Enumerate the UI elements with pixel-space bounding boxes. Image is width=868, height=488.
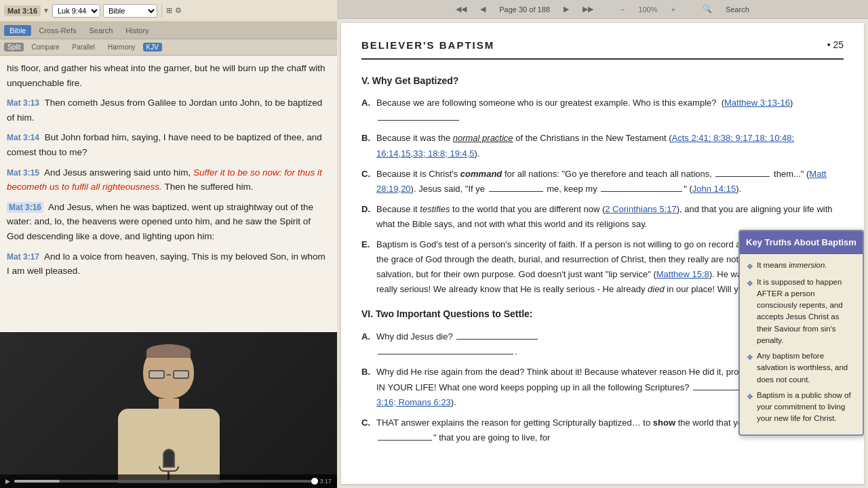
died-text: died (648, 284, 665, 294)
verse-ref-mat313: Mat 3:13 (7, 98, 39, 108)
verse-ref-mat315: Mat 3:15 (7, 168, 39, 178)
ref1-selector[interactable]: Mat 3:16 ▼ (4, 5, 50, 16)
search-icon[interactable]: 🔍 (703, 5, 712, 14)
verse-mat315: Mat 3:15 And Jesus answering said unto h… (7, 165, 330, 195)
nav-prev-icon[interactable]: ◀ (480, 5, 486, 14)
ref-matt2819[interactable]: Matt 28:19,20 (376, 169, 827, 194)
item-b-italic: normal practice (453, 133, 513, 143)
ref1-arrow: ▼ (43, 7, 50, 14)
popup-title: Key Truths About Baptism (740, 231, 863, 254)
show-text: show (653, 418, 675, 428)
item-d-content: Because it testifies to the world that y… (376, 202, 844, 232)
command-text: command (460, 169, 502, 179)
verse-text-mat313: Then cometh Jesus from Galilee to Jordan… (7, 98, 322, 123)
verse-mat313: Mat 3:13 Then cometh Jesus from Galilee … (7, 96, 330, 125)
mic-body (163, 449, 175, 468)
ref-john1415[interactable]: John 14:15 (692, 184, 736, 194)
zoom-in-icon[interactable]: + (671, 5, 675, 14)
timeline-dot (311, 478, 318, 485)
popup-body: ❖ It means immersion. ❖ It is supposed t… (740, 254, 863, 434)
person-body (118, 409, 220, 483)
mic-stand-arc (159, 466, 179, 472)
ref-matt158[interactable]: Matthew 15:8 (656, 269, 709, 279)
ref-acts[interactable]: Acts 2:41; 8:38; 9:17,18; 10:48; 16:14,1… (376, 133, 794, 158)
key-truths-popup: Key Truths About Baptism ❖ It means imme… (738, 230, 864, 436)
nav-back-icon[interactable]: ◀◀ (456, 5, 467, 14)
ref2-select[interactable]: Luk 9:44 (52, 4, 100, 18)
sub-tab-compare[interactable]: Compare (26, 42, 64, 52)
diamond-icon-4: ❖ (747, 391, 753, 403)
immersion-text: immersion (789, 261, 825, 269)
item-b-content: Because it was the normal practice of th… (376, 131, 844, 161)
popup-item-1-text: It means immersion. (757, 260, 827, 271)
doc-content: BELIEVER'S BAPTISM • 25 V. Why Get Bapti… (341, 23, 864, 484)
verse-ref-mat316: Mat 3:16 (7, 202, 43, 213)
search-label[interactable]: Search (726, 5, 749, 14)
timeline-bar[interactable] (14, 480, 315, 483)
tab-cross-refs[interactable]: Cross-Refs (33, 25, 81, 36)
sub-tab-kjv[interactable]: KJV (143, 43, 162, 52)
blank-vi-a2 (378, 354, 513, 354)
settings-icon: ⚙ (175, 6, 182, 15)
sub-tab-parallel[interactable]: Parallel (67, 42, 100, 52)
blank-a (378, 120, 459, 121)
section-v-item-d: D. Because it testifies to the world tha… (361, 202, 844, 232)
verse-ref-mat314: Mat 3:14 (7, 133, 39, 142)
toolbar-divider (161, 4, 162, 18)
tab-bible[interactable]: Bible (4, 25, 31, 36)
blank-vi-c (378, 440, 432, 441)
video-area: ▶ 3:17 (0, 332, 337, 488)
ref-2cor517[interactable]: 2 Corinthians 5:17 (605, 204, 677, 214)
popup-item-4-text: Baptism is a public show of your commitm… (757, 390, 856, 425)
window-controls: ⊞ (166, 6, 172, 15)
timeline-timestamp: 3:17 (319, 478, 332, 485)
tab-history[interactable]: History (120, 25, 154, 36)
verse-mat314: Mat 3:14 But John forbad him, saying, I … (7, 130, 330, 159)
item-c-label: C. (361, 167, 376, 197)
person-hair (146, 344, 191, 358)
blank-vi-a1 (456, 339, 538, 340)
zoom-out-icon[interactable]: − (620, 5, 625, 14)
nav-forward-icon[interactable]: ▶▶ (583, 5, 593, 14)
doc-page-title: BELIEVER'S BAPTISM (361, 37, 494, 54)
vi-item-a-label: A. (361, 329, 376, 359)
verse-text-mat314: But John forbad him, saying, I have need… (7, 132, 322, 157)
ref1-label: Mat 3:16 (4, 5, 41, 16)
glasses-right (173, 370, 189, 379)
left-panel: Mat 3:16 ▼ Luk 9:44 Bible ⊞ ⚙ Bible Cros… (0, 0, 337, 488)
verse-continuation: his floor, and gather his wheat into the… (7, 61, 330, 90)
section-v-item-a: A. Because we are following someone who … (361, 96, 844, 125)
diamond-icon-1: ❖ (747, 261, 753, 272)
diamond-icon-3: ❖ (747, 352, 753, 363)
sub-tab-harmony[interactable]: Harmony (102, 42, 141, 52)
popup-item-2: ❖ It is supposed to happen AFTER a perso… (747, 277, 856, 347)
diamond-icon-2: ❖ (747, 278, 753, 289)
doc-page-header: BELIEVER'S BAPTISM • 25 (361, 37, 844, 60)
timeline-progress (14, 480, 60, 483)
section-v-heading: V. Why Get Baptized? (361, 73, 844, 89)
tab-search[interactable]: Search (83, 25, 118, 36)
verse-text-mat315-post: Then he suffered him. (162, 182, 254, 192)
popup-item-3-text: Any baptism before salvation is worthles… (757, 350, 856, 386)
verse-mat316: Mat 3:16 And Jesus, when he was baptized… (7, 200, 330, 244)
item-a-label: A. (361, 96, 376, 125)
blank-c3 (601, 191, 682, 192)
video-timeline[interactable]: ▶ 3:17 (0, 474, 337, 488)
blank-c1 (715, 176, 770, 177)
verse-text-mat317: And lo a voice from heaven, saying, This… (7, 251, 326, 277)
verse-text-mat315-pre: And Jesus answering said unto him, (44, 167, 193, 178)
bible-text-area: his floor, and gather his wheat into the… (0, 56, 337, 332)
nav-next-icon[interactable]: ▶ (564, 5, 569, 14)
verse-mat317: Mat 3:17 And lo a voice from heaven, say… (7, 249, 330, 279)
person-head (143, 344, 194, 399)
book-select[interactable]: Bible (103, 4, 157, 18)
item-b-label: B. (361, 131, 376, 161)
zoom-level: 100% (638, 5, 657, 14)
person-neck (159, 399, 179, 409)
ref-matt313-16[interactable]: Matthew 3:13-16 (724, 98, 790, 108)
item-c-content: Because it is Christ's command for all n… (376, 167, 844, 197)
item-e-label: E. (361, 237, 376, 297)
right-panel: ◀◀ ◀ Page 30 of 188 ▶ ▶▶ − 100% + 🔍 Sear… (337, 0, 868, 488)
popup-item-3: ❖ Any baptism before salvation is worthl… (747, 350, 856, 386)
sub-tab-split[interactable]: Split (4, 43, 24, 52)
